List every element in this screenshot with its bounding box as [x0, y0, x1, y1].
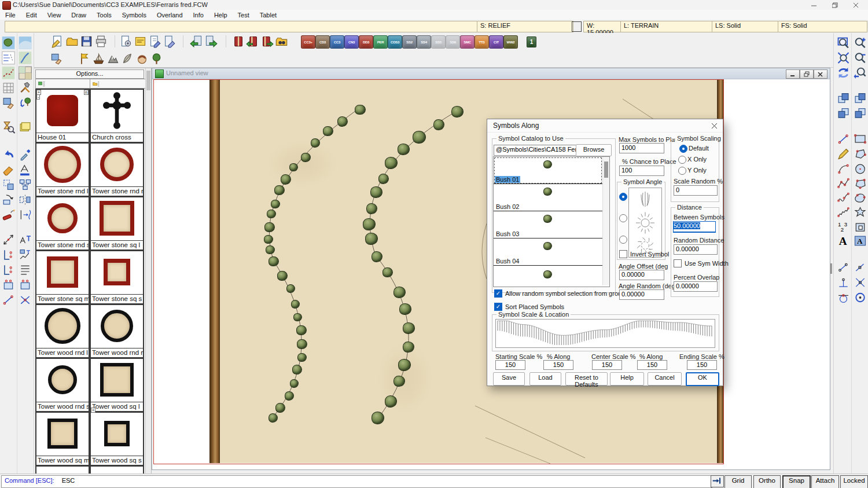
snap-intersection-icon[interactable]: [853, 276, 867, 289]
symbol-list-scrollbar[interactable]: [602, 157, 609, 285]
addon-cos3-button[interactable]: COS3: [388, 35, 402, 49]
view-minimize-button[interactable]: [786, 69, 800, 79]
menu-file[interactable]: File: [0, 11, 21, 19]
smooth-poly-tool-icon[interactable]: [853, 191, 867, 205]
snap-endpoint-icon[interactable]: [836, 260, 851, 274]
freehand-tool-icon[interactable]: [836, 147, 851, 161]
list-item-bush-03[interactable]: Bush 03: [494, 211, 602, 239]
catalog-browse-icon[interactable]: [275, 35, 288, 48]
sheet-field[interactable]: S: RELIEF: [477, 21, 573, 32]
catalog-next-icon[interactable]: [260, 35, 274, 48]
xy-entry-icon[interactable]: [18, 248, 32, 262]
along-2-input[interactable]: 150: [637, 360, 667, 370]
ending-scale-input[interactable]: 150: [687, 360, 717, 370]
copy-icon[interactable]: [1, 178, 16, 192]
line-tool-icon[interactable]: [836, 132, 851, 146]
starting-scale-input[interactable]: 150: [495, 360, 525, 370]
menu-test[interactable]: Test: [233, 11, 255, 19]
addon-cd3-button[interactable]: CD3: [315, 35, 330, 49]
zoom-in-icon[interactable]: [853, 36, 867, 50]
attach-toggle[interactable]: Attach: [811, 475, 839, 488]
menu-help[interactable]: Help: [209, 11, 233, 19]
snap-toggle[interactable]: Snap: [782, 475, 811, 488]
maximize-button[interactable]: [826, 1, 844, 9]
replace-symbol-icon[interactable]: [18, 96, 32, 110]
command-input[interactable]: Command [ESC]: ESC: [1, 475, 712, 488]
list-item-bush-02[interactable]: Bush 02: [494, 184, 602, 211]
text-box-tool-icon[interactable]: A: [853, 234, 867, 248]
catalog-previous-icon[interactable]: [246, 35, 259, 48]
menu-edit[interactable]: Edit: [21, 11, 42, 19]
addon-cc3plus-button[interactable]: CC3+: [301, 35, 315, 49]
cancel-button[interactable]: Cancel: [648, 372, 682, 386]
box-edit-alt-icon[interactable]: [18, 278, 32, 292]
save-button[interactable]: Save: [493, 372, 525, 386]
sea-tool-icon[interactable]: [18, 36, 32, 50]
symbol-cell-tower-stone-rnd-m[interactable]: Tower stone rnd m: [90, 142, 144, 197]
symbol-cell-tower-stone-rnd-s[interactable]: Tower stone rnd s: [35, 196, 90, 251]
explode-icon[interactable]: [1, 208, 16, 222]
splitter-handle[interactable]: [830, 263, 832, 274]
symbol-cell-tower-wood-rnd-s[interactable]: Tower wood rnd s: [35, 358, 90, 412]
scaling-y-only-radio[interactable]: [678, 167, 686, 175]
coordinates-tool-icon[interactable]: [1, 51, 16, 65]
ship-symbols-icon[interactable]: [92, 52, 105, 65]
reset-defaults-button[interactable]: Reset to Defaults: [565, 372, 608, 386]
center-scale-input[interactable]: 150: [592, 360, 622, 370]
text-properties-icon[interactable]: [18, 163, 32, 177]
grid-toggle[interactable]: Grid: [724, 475, 752, 488]
percent-overlap-input[interactable]: 0.00000: [674, 281, 718, 292]
menu-view[interactable]: View: [42, 11, 67, 19]
minimize-button[interactable]: [806, 1, 823, 9]
redraw-icon[interactable]: [836, 66, 851, 80]
menu-draw[interactable]: Draw: [66, 11, 91, 19]
close-button[interactable]: [847, 1, 865, 9]
layer-one-button[interactable]: 1: [527, 36, 536, 47]
catalog-open-button[interactable]: [90, 79, 146, 89]
angle-swirl-radio[interactable]: [619, 236, 627, 244]
random-distance-input[interactable]: 0.00000: [674, 244, 718, 255]
symbol-cell-tower-stone-rnd-l[interactable]: Tower stone rnd l: [35, 142, 90, 197]
list-item-partial[interactable]: [494, 266, 602, 287]
smooth-path-tool-icon[interactable]: [836, 191, 851, 205]
ortho-toggle[interactable]: Ortho: [753, 475, 781, 488]
symbol-catalog-icon[interactable]: [231, 35, 245, 48]
trim-to-entity-icon[interactable]: [1, 263, 16, 277]
addon-tt3-button[interactable]: TT3: [475, 35, 489, 49]
addon-cit-button[interactable]: CIT: [489, 35, 503, 49]
intersect-edit-icon[interactable]: [18, 293, 32, 307]
browse-button[interactable]: Browse: [576, 144, 612, 156]
scale-text-icon[interactable]: [18, 233, 32, 247]
between-symbols-input[interactable]: 50.00000: [673, 221, 716, 233]
symbol-cell-tower-wood-rnd-m[interactable]: Tower wood rnd m: [90, 304, 144, 358]
list-item-bush-04[interactable]: Bush 04: [494, 239, 602, 266]
vegetation-symbols-icon[interactable]: [150, 52, 163, 65]
catalog-options-button[interactable]: Options...: [35, 69, 144, 79]
bring-to-front-icon[interactable]: [836, 91, 851, 105]
scaling-default-radio[interactable]: [679, 145, 687, 153]
max-symbols-input[interactable]: 1000: [619, 143, 664, 153]
addon-ss5-button[interactable]: SS5: [431, 35, 446, 49]
locked-toggle[interactable]: Locked: [840, 475, 868, 488]
menu-overland[interactable]: Overland: [152, 11, 188, 19]
rotate-icon[interactable]: [1, 193, 16, 207]
ok-button[interactable]: OK: [686, 372, 719, 386]
circle-tool-icon[interactable]: [853, 162, 867, 176]
zoom-window-icon[interactable]: [836, 36, 851, 50]
angle-perpendicular-radio[interactable]: [619, 193, 627, 201]
import-icon[interactable]: [190, 35, 203, 48]
send-to-back-icon[interactable]: [836, 107, 851, 120]
symbol-cell-tower-stone-sq-m[interactable]: Tower stone sq m: [35, 250, 90, 304]
load-button[interactable]: Load: [529, 372, 561, 386]
symbol-manager-icon[interactable]: [50, 52, 63, 65]
invert-symbol-checkbox[interactable]: Invert Symbol: [619, 250, 669, 258]
trim-icon[interactable]: [1, 248, 16, 262]
new-drawing-icon[interactable]: [51, 35, 64, 48]
symbol-cell-tower-wood-sq-s[interactable]: + Tower wood sq s: [90, 412, 144, 466]
people-symbols-icon[interactable]: [135, 52, 149, 65]
edit-drawing-icon[interactable]: [148, 35, 161, 48]
erase-icon[interactable]: [1, 163, 16, 177]
snap-tangent-icon[interactable]: [836, 291, 851, 304]
layer-field[interactable]: L: TERRAIN: [620, 21, 712, 32]
arc-tool-icon[interactable]: [836, 162, 851, 176]
